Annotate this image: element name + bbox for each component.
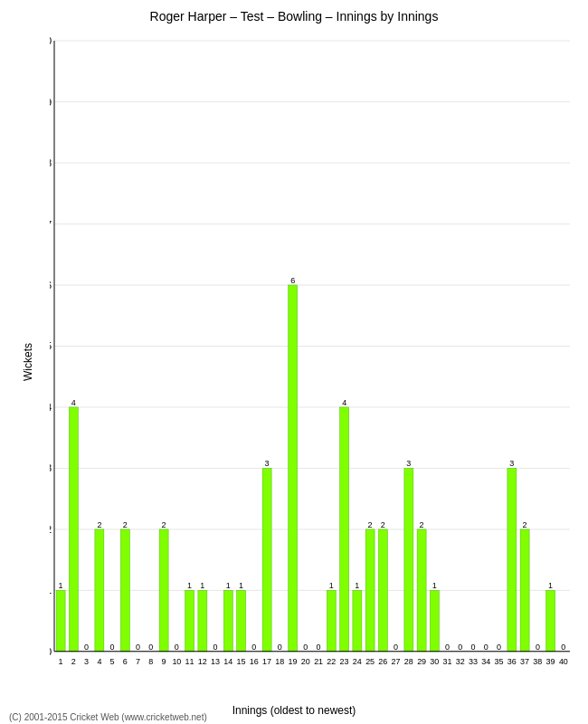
svg-text:6: 6 xyxy=(50,280,52,291)
svg-rect-25 xyxy=(69,407,78,652)
svg-text:0: 0 xyxy=(84,643,89,652)
svg-text:0: 0 xyxy=(136,643,140,652)
svg-rect-98 xyxy=(430,590,439,651)
svg-text:14: 14 xyxy=(223,657,232,666)
svg-text:33: 33 xyxy=(469,657,478,666)
svg-text:22: 22 xyxy=(327,657,336,666)
svg-text:0: 0 xyxy=(484,643,488,652)
svg-text:0: 0 xyxy=(148,643,153,652)
svg-text:0: 0 xyxy=(497,643,501,652)
svg-rect-95 xyxy=(417,529,426,652)
svg-rect-22 xyxy=(56,590,65,651)
chart-container: Roger Harper – Test – Bowling – Innings … xyxy=(0,0,588,724)
svg-rect-68 xyxy=(289,285,298,652)
svg-text:20: 20 xyxy=(301,657,310,666)
svg-text:5: 5 xyxy=(110,657,115,666)
svg-text:3: 3 xyxy=(509,459,514,468)
svg-text:2: 2 xyxy=(97,520,101,529)
svg-text:10: 10 xyxy=(172,657,181,666)
svg-rect-30 xyxy=(95,529,104,652)
svg-text:4: 4 xyxy=(50,402,52,413)
svg-text:34: 34 xyxy=(481,657,490,666)
svg-rect-78 xyxy=(340,407,349,652)
svg-text:15: 15 xyxy=(237,657,246,666)
svg-text:6: 6 xyxy=(290,276,295,285)
svg-text:17: 17 xyxy=(262,657,271,666)
svg-text:7: 7 xyxy=(50,219,52,230)
svg-text:18: 18 xyxy=(275,657,284,666)
svg-text:5: 5 xyxy=(50,340,52,351)
svg-text:3: 3 xyxy=(406,459,411,468)
y-axis-label: Wickets xyxy=(22,343,34,381)
svg-text:1: 1 xyxy=(50,585,52,595)
svg-text:1: 1 xyxy=(200,581,204,590)
svg-text:1: 1 xyxy=(187,581,192,590)
copyright: (C) 2001-2015 Cricket Web (www.cricketwe… xyxy=(9,712,207,722)
svg-rect-75 xyxy=(327,590,336,651)
svg-rect-42 xyxy=(159,529,168,652)
svg-text:2: 2 xyxy=(523,520,527,529)
svg-text:37: 37 xyxy=(520,657,529,666)
svg-text:35: 35 xyxy=(495,657,504,666)
svg-rect-47 xyxy=(185,590,194,651)
svg-rect-81 xyxy=(353,590,362,651)
svg-rect-92 xyxy=(404,468,413,651)
svg-text:2: 2 xyxy=(123,520,128,529)
svg-text:0: 0 xyxy=(561,643,565,652)
svg-text:25: 25 xyxy=(365,657,375,666)
svg-text:2: 2 xyxy=(381,520,385,529)
svg-text:13: 13 xyxy=(211,657,220,666)
svg-text:2: 2 xyxy=(71,657,76,666)
svg-text:3: 3 xyxy=(50,462,52,473)
svg-text:0: 0 xyxy=(471,643,476,652)
svg-text:4: 4 xyxy=(97,657,101,666)
svg-rect-84 xyxy=(365,529,375,652)
svg-text:2: 2 xyxy=(368,520,373,529)
svg-text:0: 0 xyxy=(50,646,52,657)
svg-text:1: 1 xyxy=(59,581,63,590)
svg-text:26: 26 xyxy=(378,657,387,666)
svg-text:36: 36 xyxy=(507,657,517,666)
svg-text:1: 1 xyxy=(355,581,359,590)
svg-text:1: 1 xyxy=(548,581,553,590)
svg-text:28: 28 xyxy=(404,657,413,666)
svg-text:1: 1 xyxy=(59,657,63,666)
svg-text:7: 7 xyxy=(136,657,140,666)
svg-text:6: 6 xyxy=(123,657,128,666)
svg-text:0: 0 xyxy=(536,643,540,652)
svg-text:1: 1 xyxy=(226,581,231,590)
svg-text:0: 0 xyxy=(213,643,218,652)
svg-text:2: 2 xyxy=(420,520,424,529)
svg-text:0: 0 xyxy=(458,643,462,652)
svg-text:11: 11 xyxy=(185,657,194,666)
svg-text:0: 0 xyxy=(110,643,115,652)
svg-text:3: 3 xyxy=(265,459,270,468)
svg-text:10: 10 xyxy=(50,35,52,46)
svg-rect-114 xyxy=(520,529,529,652)
svg-text:9: 9 xyxy=(50,97,52,108)
svg-text:16: 16 xyxy=(250,657,259,666)
svg-text:0: 0 xyxy=(445,643,450,652)
svg-text:27: 27 xyxy=(392,657,401,666)
svg-text:0: 0 xyxy=(303,643,308,652)
svg-text:23: 23 xyxy=(340,657,349,666)
svg-text:0: 0 xyxy=(251,643,256,652)
svg-text:3: 3 xyxy=(84,657,89,666)
svg-text:0: 0 xyxy=(394,643,398,652)
svg-text:0: 0 xyxy=(317,643,321,652)
svg-text:1: 1 xyxy=(329,581,334,590)
svg-text:0: 0 xyxy=(278,643,282,652)
x-axis-label: Innings (oldest to newest) xyxy=(232,704,356,717)
svg-rect-50 xyxy=(198,590,207,651)
svg-text:1: 1 xyxy=(432,581,437,590)
svg-text:19: 19 xyxy=(289,657,298,666)
svg-text:32: 32 xyxy=(456,657,465,666)
svg-rect-111 xyxy=(507,468,517,651)
svg-text:0: 0 xyxy=(175,643,179,652)
svg-text:21: 21 xyxy=(314,657,323,666)
svg-text:29: 29 xyxy=(417,657,426,666)
svg-text:8: 8 xyxy=(50,157,52,168)
svg-text:2: 2 xyxy=(50,524,52,535)
svg-text:24: 24 xyxy=(353,657,362,666)
svg-text:2: 2 xyxy=(162,520,166,529)
